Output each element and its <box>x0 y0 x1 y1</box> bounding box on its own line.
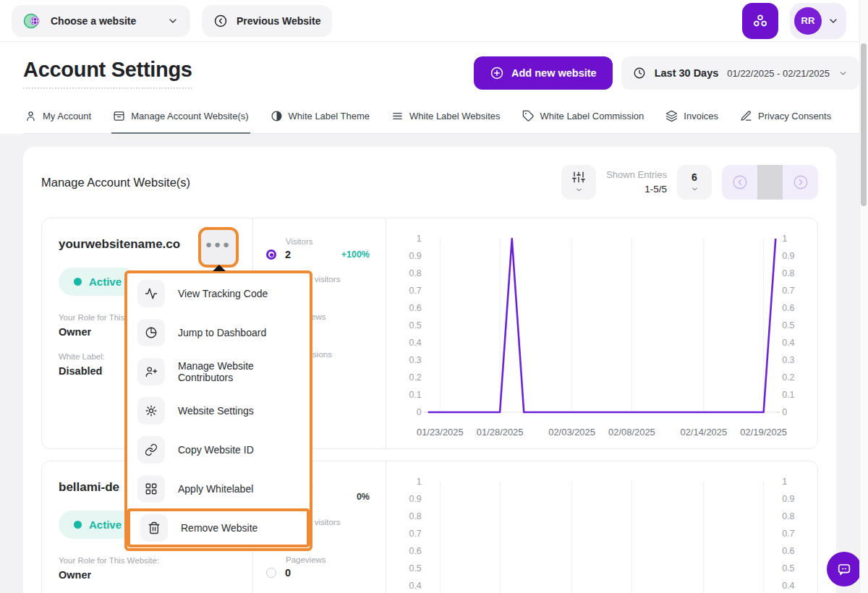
svg-text:0.1: 0.1 <box>782 390 794 400</box>
chevron-down-icon <box>691 185 699 193</box>
svg-text:0.7: 0.7 <box>782 529 794 539</box>
svg-text:02/03/2025: 02/03/2025 <box>548 427 595 438</box>
page-size-select[interactable]: 6 <box>677 165 712 200</box>
menu-item-label: Website Settings <box>178 405 254 417</box>
lines-icon <box>391 110 404 122</box>
previous-website-label: Previous Website <box>237 15 320 27</box>
svg-text:0.9: 0.9 <box>409 251 422 261</box>
link-icon <box>137 436 165 464</box>
svg-text:0.9: 0.9 <box>782 251 794 261</box>
scrollbar-track[interactable] <box>859 0 868 593</box>
chat-widget-button[interactable] <box>827 552 861 586</box>
metric-delta: +100% <box>341 249 370 260</box>
metric-radio[interactable] <box>266 568 276 578</box>
svg-text:0.3: 0.3 <box>782 355 794 365</box>
svg-text:0.5: 0.5 <box>782 320 794 330</box>
prev-page-button[interactable] <box>722 165 757 200</box>
tabs: My AccountManage Account Website(s)White… <box>23 107 859 134</box>
menu-item-view-tracking-code[interactable]: View Tracking Code <box>127 274 310 313</box>
visitors-chart: 01/23/202501/28/202502/03/202502/08/2025… <box>386 218 817 448</box>
metric-pageviews: Pageviews0 <box>266 555 370 593</box>
tab-white-label-theme[interactable]: White Label Theme <box>269 107 372 134</box>
svg-text:0.9: 0.9 <box>409 494 422 504</box>
svg-text:0.8: 0.8 <box>782 511 794 521</box>
contributors-button[interactable] <box>742 3 778 39</box>
svg-text:0.8: 0.8 <box>409 511 422 521</box>
visitors-chart: 01/23/202501/28/202502/03/202502/08/2025… <box>386 461 817 593</box>
date-range-picker[interactable]: Last 30 Days 01/22/2025 - 02/21/2025 <box>621 56 859 90</box>
tab-invoices[interactable]: Invoices <box>664 107 720 134</box>
tab-my-account[interactable]: My Account <box>23 107 93 134</box>
tab-label: Privacy Consents <box>758 111 831 121</box>
add-new-website-button[interactable]: Add new website <box>474 56 613 90</box>
choose-website-dropdown[interactable]: Choose a website <box>12 5 190 37</box>
svg-text:1: 1 <box>417 477 422 487</box>
shown-entries: Shown Entries 1-5/5 <box>606 168 667 197</box>
account-menu[interactable]: RR <box>790 3 846 39</box>
metric-radio[interactable] <box>266 249 276 260</box>
date-range-label: Last 30 Days <box>655 67 719 79</box>
menu-item-manage-website-contributors[interactable]: Manage Website Contributors <box>127 352 310 391</box>
svg-text:0.2: 0.2 <box>782 372 794 383</box>
menu-item-copy-website-id[interactable]: Copy Website ID <box>127 430 310 469</box>
tab-label: White Label Commission <box>540 111 644 121</box>
tag-icon <box>522 110 535 122</box>
svg-text:0.5: 0.5 <box>409 320 422 330</box>
menu-item-jump-to-dashboard[interactable]: Jump to Dashboard <box>127 313 310 352</box>
tab-white-label-websites[interactable]: White Label Websites <box>390 107 502 134</box>
sliders-icon <box>572 171 585 184</box>
svg-text:0.8: 0.8 <box>409 268 422 278</box>
activity-icon <box>137 280 165 307</box>
menu-item-remove-website[interactable]: Remove Website <box>130 511 307 545</box>
row-actions-button[interactable]: ●●● <box>198 227 239 268</box>
grid-icon <box>137 475 165 503</box>
metric-label: Visitors <box>286 237 370 246</box>
svg-text:0.2: 0.2 <box>409 372 422 383</box>
users-group-icon <box>752 12 769 30</box>
pagination: 1 <box>722 165 818 200</box>
menu-item-website-settings[interactable]: Website Settings <box>127 391 310 430</box>
svg-text:0.6: 0.6 <box>409 546 422 556</box>
arrow-left-circle-icon <box>213 14 228 28</box>
menu-item-label: Jump to Dashboard <box>178 327 266 338</box>
arrow-left-circle-icon <box>732 174 748 190</box>
next-page-button[interactable] <box>783 165 818 200</box>
menu-caret <box>213 265 226 271</box>
chevron-down-icon <box>827 15 839 27</box>
status-dot-icon <box>74 521 82 529</box>
page: Choose a website Previous Website RR Acc… <box>0 0 868 593</box>
trash-icon <box>140 514 168 542</box>
svg-text:0.6: 0.6 <box>782 546 794 556</box>
plus-circle-icon <box>490 66 504 80</box>
svg-text:0.6: 0.6 <box>409 303 422 313</box>
svg-text:0.6: 0.6 <box>782 303 794 313</box>
role-label: Your Role for This Website: <box>59 556 239 565</box>
tab-white-label-commission[interactable]: White Label Commission <box>521 107 646 134</box>
svg-text:0.4: 0.4 <box>782 338 794 348</box>
menu-item-apply-whitelabel[interactable]: Apply Whitelabel <box>127 469 310 508</box>
svg-text:0.5: 0.5 <box>409 563 422 573</box>
svg-text:0.7: 0.7 <box>782 286 794 296</box>
filter-button[interactable] <box>561 165 596 200</box>
tab-manage-account-website-s-[interactable]: Manage Account Website(s) <box>111 107 250 134</box>
contrast-icon <box>271 110 283 122</box>
svg-text:0.3: 0.3 <box>409 355 422 365</box>
chevron-down-icon <box>575 186 583 194</box>
browser-icon <box>113 110 125 122</box>
svg-text:02/08/2025: 02/08/2025 <box>608 427 655 438</box>
panel-title: Manage Account Website(s) <box>41 176 190 189</box>
arrow-right-circle-icon <box>793 174 809 190</box>
menu-items-container: View Tracking CodeJump to DashboardManag… <box>127 274 310 547</box>
clock-icon <box>633 67 646 80</box>
svg-text:01/23/2025: 01/23/2025 <box>417 427 464 438</box>
svg-text:0.9: 0.9 <box>782 494 794 504</box>
previous-website-button[interactable]: Previous Website <box>202 5 332 37</box>
chat-bubble-icon <box>836 561 852 577</box>
pen-icon <box>740 110 752 122</box>
topbar: Choose a website Previous Website RR <box>0 0 868 42</box>
metric-visitors: Visitors2+100% <box>266 237 370 275</box>
tab-privacy-consents[interactable]: Privacy Consents <box>739 107 833 134</box>
scrollbar-thumb[interactable] <box>861 43 867 206</box>
status-dot-icon <box>74 278 82 286</box>
svg-text:0: 0 <box>417 407 422 417</box>
